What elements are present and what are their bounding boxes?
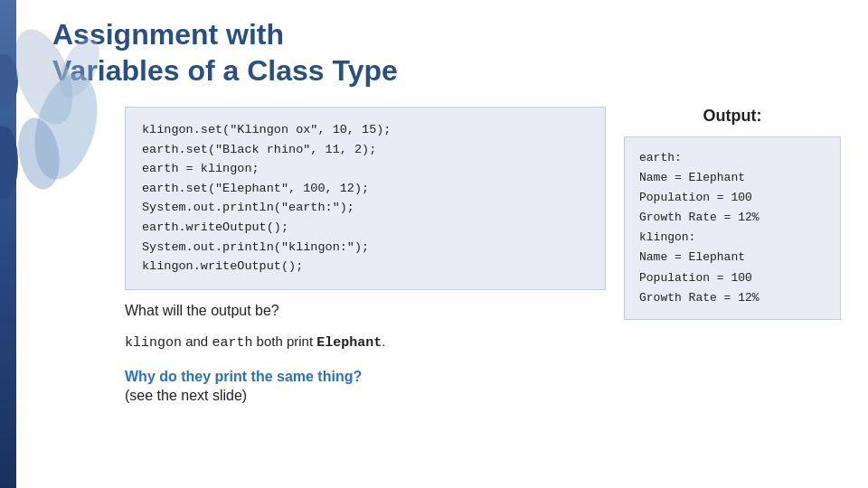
content-area: klingon.set("Klingon ox", 10, 15); earth… [125, 107, 841, 404]
answer-rest: both print [252, 333, 316, 349]
answer-period: . [382, 333, 385, 349]
left-sidebar-bar [0, 0, 16, 488]
decorative-swirl [16, 0, 120, 190]
answer-elephant: Elephant [316, 335, 382, 351]
right-section: Output: earth: Name = Elephant Populatio… [624, 107, 841, 320]
answer-earth: earth [212, 335, 252, 351]
answer-klingon: klingon [125, 335, 182, 351]
question-text: What will the output be? [125, 303, 606, 319]
answer-and: and [182, 333, 212, 349]
main-content: Assignment with Variables of a Class Typ… [25, 0, 868, 488]
why-line2: (see the next slide) [125, 388, 606, 404]
why-section: Why do they print the same thing? (see t… [125, 366, 606, 404]
answer-line: klingon and earth both print Elephant. [125, 332, 606, 354]
left-section: klingon.set("Klingon ox", 10, 15); earth… [125, 107, 606, 404]
output-label: Output: [624, 107, 841, 126]
code-block: klingon.set("Klingon ox", 10, 15); earth… [125, 107, 606, 290]
why-line1: Why do they print the same thing? [125, 366, 606, 388]
output-block: earth: Name = Elephant Population = 100 … [624, 136, 841, 320]
page-title: Assignment with Variables of a Class Typ… [52, 16, 841, 89]
